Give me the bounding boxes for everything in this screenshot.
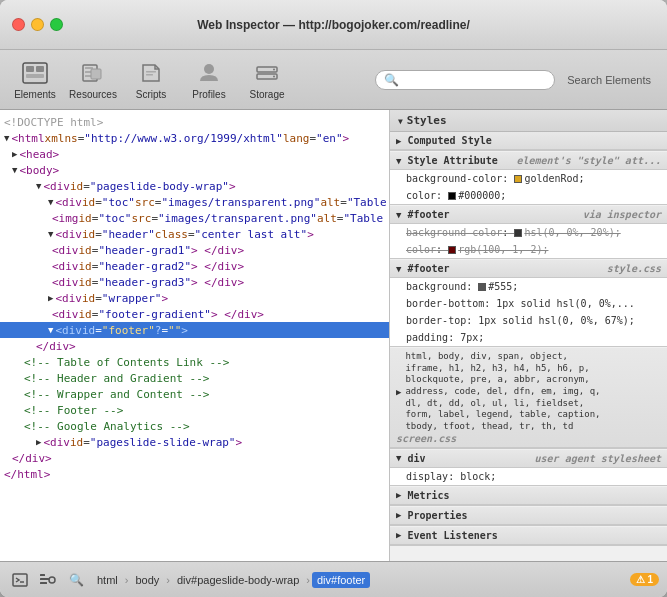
svg-point-21	[49, 577, 55, 583]
storage-label: Storage	[249, 89, 284, 100]
search-elements-label: Search Elements	[567, 74, 651, 86]
svg-point-14	[273, 69, 275, 71]
style-attribute-section: Style Attribute element's "style" att...…	[390, 152, 667, 205]
svg-rect-1	[26, 66, 34, 72]
warning-badge: ⚠ 1	[630, 573, 659, 586]
footer-css-bbottom: border-bottom: 1px solid hsl(0, 0%,...	[390, 295, 667, 312]
dom-html[interactable]: <html xmlns="http://www.w3.org/1999/xhtm…	[0, 130, 389, 146]
breadcrumb: html › body › div#pageslide-body-wrap › …	[92, 572, 370, 588]
scripts-button[interactable]: Scripts	[124, 55, 178, 105]
dom-head[interactable]: <head>	[0, 146, 389, 162]
dom-slide-wrap[interactable]: <div id="pageslide-slide-wrap">	[0, 434, 389, 450]
screen-css-header[interactable]: html, body, div, span, object, iframe, h…	[390, 348, 667, 448]
metrics-header[interactable]: Metrics	[390, 487, 667, 505]
titlebar: Web Inspector — http://bogojoker.com/rea…	[0, 0, 667, 50]
svg-rect-19	[40, 578, 49, 580]
dom-comment-header: <!-- Header and Gradient -->	[0, 370, 389, 386]
bc-pageslide[interactable]: div#pageslide-body-wrap	[172, 572, 304, 588]
search-btn[interactable]: 🔍	[64, 569, 88, 591]
dom-footer-gradient[interactable]: <div id="footer-gradient"> </div>	[0, 306, 389, 322]
event-listeners-toggle[interactable]	[396, 530, 401, 540]
maximize-button[interactable]	[50, 18, 63, 31]
bc-footer[interactable]: div#footer	[312, 572, 370, 588]
main-area: <!DOCTYPE html> <html xmlns="http://www.…	[0, 110, 667, 561]
metrics-toggle[interactable]	[396, 490, 401, 500]
dom-header-grad2[interactable]: <div id="header-grad2"> </div>	[0, 258, 389, 274]
properties-header[interactable]: Properties	[390, 507, 667, 525]
bc-body[interactable]: body	[130, 572, 164, 588]
footer-stylecss-toggle[interactable]	[396, 264, 401, 274]
dom-toc-wrap[interactable]: <div id="toc" src="images/transparent.pn…	[0, 194, 389, 210]
style-attr-label: Style Attribute	[407, 155, 497, 166]
dom-comment-analytics: <!-- Google Analytics -->	[0, 418, 389, 434]
dom-pageslide[interactable]: <div id="pageslide-body-wrap">	[0, 178, 389, 194]
dom-comment-toc: <!-- Table of Contents Link -->	[0, 354, 389, 370]
event-listeners-header[interactable]: Event Listeners	[390, 527, 667, 545]
computed-style-header[interactable]: Computed Style	[390, 132, 667, 150]
footer-stylecss-source: style.css	[607, 263, 661, 274]
dom-body[interactable]: <body>	[0, 162, 389, 178]
style-attr-toggle[interactable]	[396, 156, 401, 166]
div-ua-label: div	[407, 453, 425, 464]
svg-rect-7	[85, 75, 91, 77]
svg-rect-9	[146, 71, 156, 73]
div-useragent-header[interactable]: div user agent stylesheet	[390, 450, 667, 468]
search-dom-btn[interactable]	[36, 569, 60, 591]
traffic-lights	[12, 18, 63, 31]
properties-section: Properties	[390, 507, 667, 526]
properties-toggle[interactable]	[396, 510, 401, 520]
dom-header-grad1[interactable]: <div id="header-grad1"> </div>	[0, 242, 389, 258]
metrics-label: Metrics	[407, 490, 449, 501]
computed-style-toggle[interactable]	[396, 136, 401, 146]
scripts-label: Scripts	[136, 89, 167, 100]
elements-button[interactable]: Elements	[8, 55, 62, 105]
search-input[interactable]	[403, 74, 533, 86]
bottombar: 🔍 html › body › div#pageslide-body-wrap …	[0, 561, 667, 597]
dom-comment-footer: <!-- Footer -->	[0, 402, 389, 418]
storage-button[interactable]: Storage	[240, 55, 294, 105]
computed-style-label: Computed Style	[407, 135, 491, 146]
footer-inspector-header[interactable]: #footer via inspector	[390, 206, 667, 224]
warning-count: 1	[647, 574, 653, 585]
footer-inspector-label: #footer	[407, 209, 449, 220]
div-ua-toggle[interactable]	[396, 453, 401, 463]
resources-button[interactable]: Resources	[66, 55, 120, 105]
toolbar: Elements Resources	[0, 50, 667, 110]
search-icon: 🔍	[384, 73, 399, 87]
bc-html[interactable]: html	[92, 572, 123, 588]
div-ua-props: display: block;	[390, 468, 667, 485]
footer-stylecss-header[interactable]: #footer style.css	[390, 260, 667, 278]
footer-css-pad: padding: 7px;	[390, 329, 667, 346]
close-button[interactable]	[12, 18, 25, 31]
warning-icon: ⚠	[636, 574, 645, 585]
dom-panel[interactable]: <!DOCTYPE html> <html xmlns="http://www.…	[0, 110, 390, 561]
dom-close-body: </div>	[0, 450, 389, 466]
event-listeners-section: Event Listeners	[390, 527, 667, 546]
dom-header[interactable]: <div id="header" class="center last alt"…	[0, 226, 389, 242]
footer-inspector-source: via inspector	[583, 209, 661, 220]
dom-img-toc[interactable]: <img id="toc" src="images/transparent.pn…	[0, 210, 389, 226]
footer-inspector-props: background-color: hsl(0, 0%, 20%); color…	[390, 224, 667, 258]
web-inspector-window: Web Inspector — http://bogojoker.com/rea…	[0, 0, 667, 597]
properties-label: Properties	[407, 510, 467, 521]
profiles-button[interactable]: Profiles	[182, 55, 236, 105]
scripts-icon	[135, 59, 167, 87]
screen-css-toggle[interactable]	[396, 387, 401, 397]
profiles-label: Profiles	[192, 89, 225, 100]
styles-header: Styles	[390, 110, 667, 132]
dom-doctype: <!DOCTYPE html>	[0, 114, 389, 130]
footer-css-bg: background: #555;	[390, 278, 667, 295]
styles-panel: Styles Computed Style Style Attribute	[390, 110, 667, 561]
svg-rect-2	[36, 66, 44, 72]
dom-wrapper[interactable]: <div id="wrapper">	[0, 290, 389, 306]
dom-footer-selected[interactable]: <div id="footer" ?="">	[0, 322, 389, 338]
window-title: Web Inspector — http://bogojoker.com/rea…	[197, 18, 469, 32]
console-btn[interactable]	[8, 569, 32, 591]
style-attribute-header[interactable]: Style Attribute element's "style" att...	[390, 152, 667, 170]
dom-close-div: </div>	[0, 338, 389, 354]
minimize-button[interactable]	[31, 18, 44, 31]
dom-header-grad3[interactable]: <div id="header-grad3"> </div>	[0, 274, 389, 290]
screen-css-section: html, body, div, span, object, iframe, h…	[390, 348, 667, 449]
svg-rect-8	[91, 69, 101, 79]
footer-inspector-toggle[interactable]	[396, 210, 401, 220]
